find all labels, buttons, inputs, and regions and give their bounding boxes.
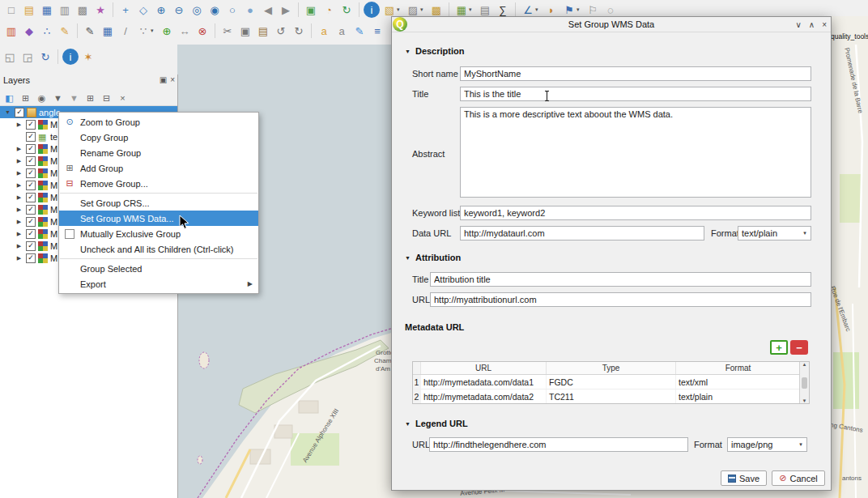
refresh-icon[interactable]: ↻ xyxy=(338,2,355,18)
select-by-expression-icon[interactable]: ▩ xyxy=(428,2,445,18)
dropdown-arrow-icon[interactable]: ▾ xyxy=(469,6,475,13)
menu-item-add-group[interactable]: ⊞ Add Group xyxy=(59,160,258,176)
move-feature-icon[interactable]: ↔ xyxy=(177,23,193,39)
cancel-button[interactable]: ⊘ Cancel xyxy=(772,470,825,486)
field-calculator-icon[interactable]: ▤ xyxy=(477,2,493,18)
collapse-all-icon[interactable]: ⊟ xyxy=(100,92,113,105)
zoom-to-selection-icon[interactable]: ○ xyxy=(224,2,240,18)
legend-format-combo[interactable]: image/png ▾ xyxy=(727,437,807,452)
undo-icon[interactable]: ↺ xyxy=(273,23,289,39)
dialog-close-icon[interactable]: × xyxy=(822,20,827,29)
layer-checkbox[interactable]: ✓ xyxy=(26,181,36,190)
show-bookmarks-icon[interactable]: ⚐ xyxy=(585,2,601,18)
cell-format[interactable]: text/plain xyxy=(676,389,801,403)
cut-features-icon[interactable]: ✂ xyxy=(219,23,236,39)
digitize-segment-icon[interactable]: / xyxy=(117,23,134,39)
data-url-input[interactable] xyxy=(460,226,704,240)
menu-item-remove-group[interactable]: ⊟ Remove Group... xyxy=(59,176,258,191)
map-themes-icon[interactable]: ◉ xyxy=(35,92,49,105)
menu-item-copy-group[interactable]: Copy Group xyxy=(59,130,258,145)
settings-wrench-icon[interactable]: ✶ xyxy=(80,49,96,65)
dropdown-arrow-icon[interactable]: ▾ xyxy=(420,6,427,13)
table-row[interactable]: 2 http://mymetadata.com/data2 TC211 text… xyxy=(413,389,809,404)
keyword-list-input[interactable] xyxy=(460,206,811,220)
layer-checkbox[interactable]: ✓ xyxy=(26,193,36,202)
cell-url[interactable]: http://mymetadata.com/data2 xyxy=(421,389,547,403)
cell-format[interactable]: text/xml xyxy=(676,375,801,389)
cell-type[interactable]: TC211 xyxy=(547,389,676,403)
zoom-out-icon[interactable]: ⊖ xyxy=(171,2,187,18)
section-header-legend-url[interactable]: ▼ Legend URL xyxy=(405,419,468,428)
expand-arrow-icon[interactable]: ▶ xyxy=(15,255,23,262)
deselect-features-icon[interactable]: ▨ xyxy=(405,2,421,18)
layer-checkbox[interactable]: ✓ xyxy=(15,108,24,117)
map-tips-icon[interactable]: ◗ xyxy=(543,2,560,18)
expand-arrow-icon[interactable]: ▶ xyxy=(15,206,23,213)
zoom-last-icon[interactable]: ◀ xyxy=(260,2,276,18)
filter-expression-icon[interactable]: ▼ xyxy=(67,92,81,105)
filter-legend-icon[interactable]: ▼ xyxy=(51,92,65,105)
column-header-type[interactable]: Type xyxy=(547,362,676,374)
scroll-down-icon[interactable]: ▼ xyxy=(802,398,807,403)
new-map-view-icon[interactable]: ▣ xyxy=(303,2,319,18)
layer-checkbox[interactable]: ✓ xyxy=(26,156,36,166)
new-bookmark-icon[interactable]: ⚑ xyxy=(561,2,577,18)
zoom-full-icon[interactable]: ◉ xyxy=(206,2,223,18)
project-open-icon[interactable]: ▤ xyxy=(21,2,37,18)
delete-selected-icon[interactable]: ⊗ xyxy=(194,23,211,39)
paste-features-icon[interactable]: ▤ xyxy=(255,23,271,39)
attribution-title-input[interactable] xyxy=(430,272,811,287)
style-dock-icon[interactable]: ◆ xyxy=(21,23,37,39)
short-name-input[interactable] xyxy=(460,66,811,81)
section-header-attribution[interactable]: ▼ Attribution xyxy=(405,253,461,262)
dropdown-arrow-icon[interactable]: ▾ xyxy=(397,6,403,13)
save-edits-icon[interactable]: ▦ xyxy=(100,23,116,39)
abstract-textarea[interactable]: This is a more descriptive text aboout t… xyxy=(460,107,811,198)
scrollbar-thumb[interactable] xyxy=(802,377,807,389)
remove-layer-icon[interactable]: × xyxy=(116,92,130,105)
save-button[interactable]: Save xyxy=(721,470,767,486)
expand-all-icon[interactable]: ⊞ xyxy=(83,92,97,105)
attribute-table-icon[interactable]: ▦ xyxy=(453,2,470,18)
menu-item-group-selected[interactable]: Group Selected xyxy=(59,261,258,276)
python-console-icon[interactable]: ≡ xyxy=(369,23,385,39)
redo-icon[interactable]: ↻ xyxy=(291,23,307,39)
data-format-combo[interactable]: text/plain ▾ xyxy=(738,226,811,240)
vertex-tool-icon[interactable]: ∵ xyxy=(135,23,151,39)
layer-checkbox[interactable]: ✓ xyxy=(26,253,36,263)
annotation-icon[interactable]: ✎ xyxy=(351,23,368,39)
dialog-expand-icon[interactable]: ∧ xyxy=(809,20,815,29)
zoom-next-icon[interactable]: ▶ xyxy=(278,2,294,18)
dropdown-arrow-icon[interactable]: ▾ xyxy=(151,28,157,34)
remove-metadata-row-button[interactable]: − xyxy=(790,340,808,355)
panel-dock-icon[interactable]: ▣ xyxy=(160,75,167,84)
layer-checkbox[interactable]: ✓ xyxy=(26,120,36,130)
pan-to-selection-icon[interactable]: ◇ xyxy=(135,2,151,18)
layer-checkbox[interactable]: ✓ xyxy=(26,229,36,239)
expand-arrow-icon[interactable]: ▶ xyxy=(15,121,23,128)
attribution-url-input[interactable] xyxy=(430,292,811,307)
dropdown-arrow-icon[interactable]: ▾ xyxy=(535,6,542,13)
column-header-url[interactable]: URL xyxy=(421,362,547,374)
help-info-icon[interactable]: i xyxy=(62,49,79,65)
dropdown-arrow-icon[interactable]: ▾ xyxy=(577,6,583,13)
copy-move-feature-icon[interactable]: ◲ xyxy=(19,49,36,65)
cell-type[interactable]: FGDC xyxy=(547,375,676,389)
layout-manager-icon[interactable]: ▩ xyxy=(74,2,91,18)
panel-close-icon[interactable]: × xyxy=(170,75,175,84)
scroll-up-icon[interactable]: ▲ xyxy=(802,362,807,367)
expand-arrow-icon[interactable]: ▶ xyxy=(15,231,23,237)
move-feature-icon[interactable]: ◱ xyxy=(2,49,18,65)
expand-arrow-icon[interactable]: ▶ xyxy=(15,219,23,225)
identify-features-icon[interactable]: i xyxy=(364,2,380,18)
expand-arrow-icon[interactable]: ▶ xyxy=(15,243,23,249)
legend-url-input[interactable] xyxy=(429,437,688,452)
pan-map-icon[interactable]: + xyxy=(117,2,134,18)
table-row[interactable]: 1 http://mymetadata.com/data1 FGDC text/… xyxy=(413,375,809,389)
layer-checkbox[interactable]: ✓ xyxy=(26,217,36,227)
menu-item-uncheck-children[interactable]: Uncheck and All its Children (Ctrl-click… xyxy=(59,241,258,257)
add-metadata-row-button[interactable]: + xyxy=(770,340,788,355)
rotate-feature-icon[interactable]: ↻ xyxy=(37,49,53,65)
select-features-icon[interactable]: ▧ xyxy=(381,2,398,18)
datasource-manager-icon[interactable]: ▥ xyxy=(3,23,19,39)
